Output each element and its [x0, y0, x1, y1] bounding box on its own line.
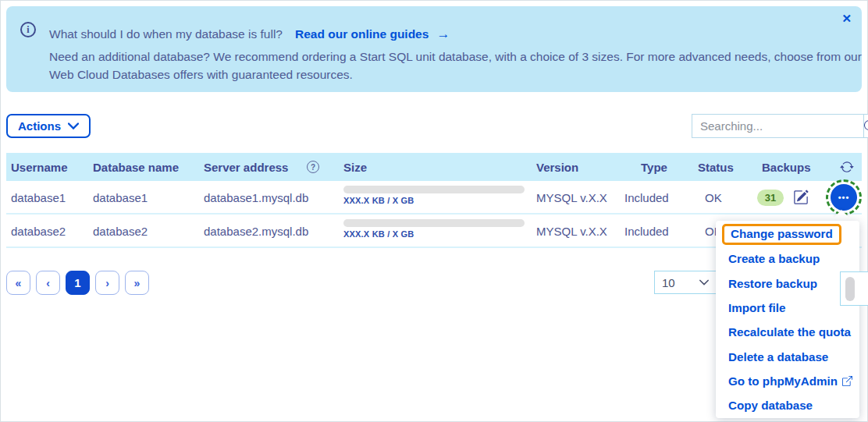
header-database-name: Database name: [93, 153, 179, 181]
cell-database-name: database2: [93, 215, 148, 248]
header-backups: Backups: [762, 153, 811, 181]
cell-status: OK: [705, 181, 722, 215]
chevron-down-icon: [699, 279, 709, 285]
page-size-value: 10: [662, 276, 675, 289]
cell-server-address: database1.mysql.db: [204, 181, 308, 215]
refresh-icon[interactable]: [840, 160, 854, 174]
table-header: Username Database name Server address ? …: [6, 153, 862, 181]
cell-database-name: database1: [93, 181, 148, 215]
actions-button-label: Actions: [18, 119, 61, 133]
menu-item-restore-backup[interactable]: Restore backup: [716, 271, 859, 296]
help-icon[interactable]: ?: [307, 161, 319, 173]
header-status: Status: [698, 153, 734, 181]
size-usage-bar: [343, 219, 525, 227]
menu-item-create-backup[interactable]: Create a backup: [716, 246, 859, 271]
cell-username: database2: [11, 215, 66, 248]
ellipsis-icon: •••: [838, 193, 850, 202]
page-size-select[interactable]: 10: [654, 271, 717, 294]
read-guides-link[interactable]: Read our online guides: [295, 27, 429, 41]
pagination-last-button[interactable]: »: [125, 271, 149, 295]
header-size: Size: [343, 153, 367, 181]
search-bar: [692, 114, 862, 138]
menu-item-recalculate-quota[interactable]: Recalculate the quota: [716, 320, 859, 344]
databases-page: i What should I do when my database is f…: [0, 0, 868, 422]
size-usage-bar: [343, 186, 525, 193]
info-icon: i: [20, 22, 36, 37]
external-link-icon: [842, 376, 852, 386]
close-icon[interactable]: ✕: [841, 12, 852, 26]
banner-body-line1: Need an additional database? We recommen…: [49, 50, 862, 64]
header-type: Type: [641, 153, 667, 181]
menu-item-delete-database[interactable]: Delete a database: [716, 344, 859, 368]
search-icon: [864, 120, 868, 133]
cell-version: MYSQL v.X.X: [536, 181, 607, 215]
backups-count-badge[interactable]: 31: [757, 190, 784, 206]
row-actions-button[interactable]: •••: [831, 184, 857, 211]
menu-item-change-password[interactable]: Change password: [716, 222, 859, 246]
cell-type: Included: [624, 215, 669, 248]
menu-item-copy-database[interactable]: Copy database: [716, 393, 859, 417]
cell-type: Included: [624, 181, 669, 215]
row-actions-menu: Change password Create a backup Restore …: [716, 221, 859, 418]
header-server-address: Server address: [204, 153, 288, 181]
arrow-right-icon: →: [436, 27, 450, 41]
partial-control-fragment: [840, 271, 868, 306]
pagination-first-button[interactable]: «: [6, 271, 30, 295]
header-username: Username: [11, 153, 68, 181]
chevron-down-icon: [68, 122, 79, 129]
pagination: « ‹ 1 › »: [6, 271, 149, 295]
actions-button[interactable]: Actions: [6, 114, 91, 138]
info-banner: i What should I do when my database is f…: [6, 6, 862, 92]
banner-body-line2: Web Cloud Databases offers with guarante…: [49, 68, 353, 82]
cell-username: database1: [11, 181, 66, 215]
search-input[interactable]: [692, 114, 863, 138]
menu-item-import-file[interactable]: Import file: [716, 296, 859, 320]
cell-version: MYSQL v.X.X: [536, 215, 607, 248]
header-version: Version: [536, 153, 578, 181]
size-usage-text: XXX.X KB / X GB: [343, 196, 414, 205]
tutorial-highlight-box: Change password: [722, 224, 841, 245]
edit-icon[interactable]: [793, 190, 809, 205]
size-usage-text: XXX.X KB / X GB: [343, 229, 414, 239]
search-button[interactable]: [863, 114, 868, 138]
cell-server-address: database2.mysql.db: [204, 215, 308, 248]
banner-question-line: What should I do when my database is ful…: [49, 27, 450, 42]
table-row: database1 database1 database1.mysql.db X…: [6, 181, 862, 215]
menu-item-phpmyadmin[interactable]: Go to phpMyAdmin: [716, 369, 859, 393]
banner-question: What should I do when my database is ful…: [49, 27, 283, 41]
pagination-next-button[interactable]: ›: [95, 271, 119, 295]
scroll-thumb: [845, 277, 855, 301]
pagination-page-1-button[interactable]: 1: [66, 271, 90, 295]
pagination-prev-button[interactable]: ‹: [36, 271, 60, 295]
